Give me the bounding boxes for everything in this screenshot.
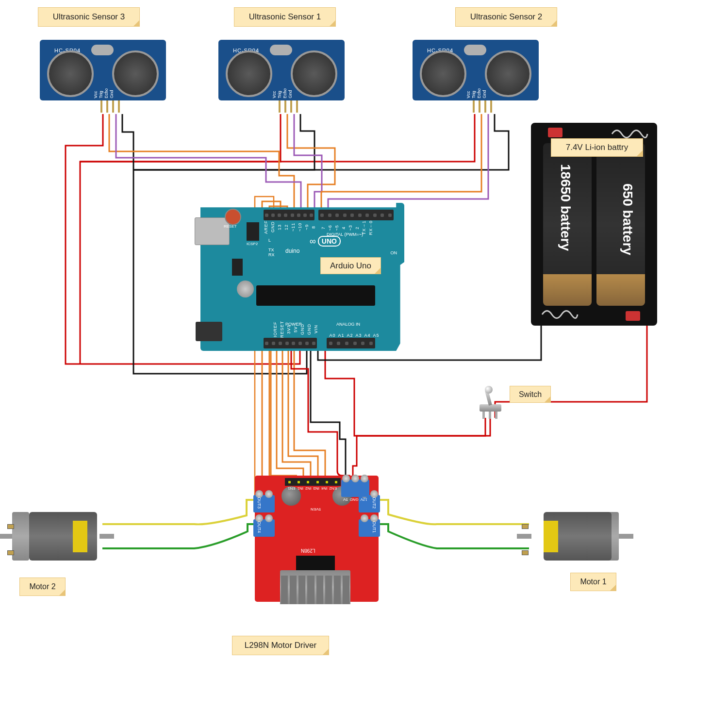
power-switch[interactable] xyxy=(480,387,501,419)
label-sensor-1: Ultrasonic Sensor 1 xyxy=(234,7,336,27)
ultrasonic-sensor-3: HC-SR04 VccTrigEchoGnd xyxy=(40,40,166,100)
label-sensor-3: Ultrasonic Sensor 3 xyxy=(38,7,140,27)
label-battery: 7.4V Li-ion battry xyxy=(551,138,643,157)
l298n-motor-driver: OUT3 OUT4 OUT2 OUT1 EN2IN4IN3IN2IN1EN1 1… xyxy=(255,476,379,602)
power-jack-icon xyxy=(196,322,222,341)
label-l298n: L298N Motor Driver xyxy=(232,636,329,655)
label-sensor-2: Ultrasonic Sensor 2 xyxy=(455,7,557,27)
ultrasonic-sensor-2: HC-SR04 VccTrigEchoGnd xyxy=(413,40,539,100)
reset-button[interactable] xyxy=(225,209,241,225)
usb-port-icon xyxy=(195,217,230,245)
ultrasonic-sensor-1: HC-SR04 VccTrigEchoGnd xyxy=(218,40,345,100)
label-motor-1: Motor 1 xyxy=(570,573,616,591)
label-switch: Switch xyxy=(510,386,551,403)
arduino-uno-board: RESET ICSP2 AREFGND1312~11~10~98 7~6~54~… xyxy=(200,203,407,353)
label-arduino: Arduio Uno xyxy=(320,257,381,274)
label-motor-2: Motor 2 xyxy=(19,578,66,596)
